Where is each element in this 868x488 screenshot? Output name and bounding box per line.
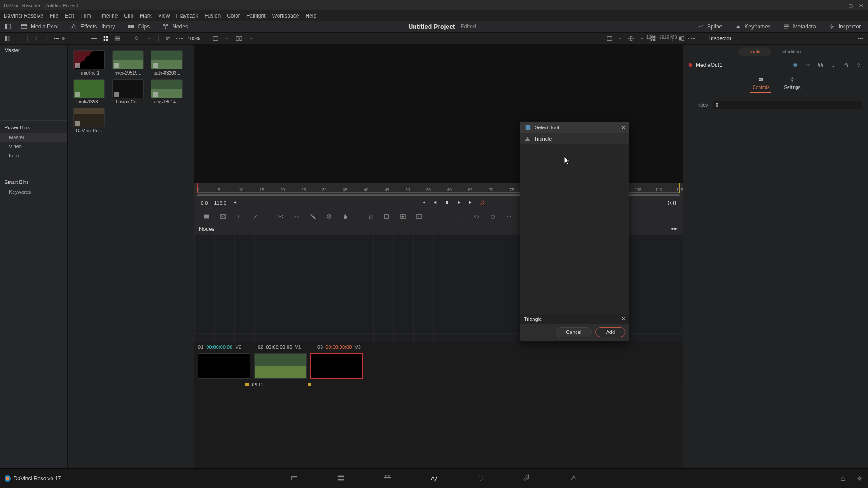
- chevron-down-icon[interactable]: [223, 34, 231, 42]
- nodes-button[interactable]: Nodes: [158, 22, 192, 32]
- controls-tab[interactable]: Controls: [750, 75, 771, 94]
- powerbin-video[interactable]: Video: [0, 142, 67, 151]
- strip-view-icon[interactable]: [90, 34, 98, 42]
- clip-thumb[interactable]: [310, 353, 363, 379]
- media-thumb[interactable]: Fusion Co...: [110, 79, 146, 104]
- media-thumb[interactable]: path-83203...: [149, 50, 184, 75]
- edit-page-icon[interactable]: [383, 474, 392, 483]
- media-pool-button[interactable]: Media Pool: [16, 22, 61, 32]
- list-view-icon[interactable]: [113, 34, 122, 42]
- play-icon[interactable]: [456, 200, 462, 206]
- paint-tool-icon[interactable]: [251, 212, 259, 221]
- more-icon[interactable]: •••: [670, 225, 678, 233]
- lock-icon[interactable]: [842, 61, 850, 69]
- menu-app[interactable]: DaVinci Resolve: [4, 13, 43, 19]
- menu-timeline[interactable]: Timeline: [97, 13, 118, 19]
- globe-icon[interactable]: [627, 34, 635, 42]
- inspector-button[interactable]: Inspector: [824, 22, 864, 32]
- media-thumb[interactable]: DaVinci Re...: [71, 108, 107, 133]
- stop-icon[interactable]: [444, 200, 450, 206]
- smartbin-keywords[interactable]: Keywords: [0, 188, 67, 197]
- reset-icon[interactable]: [854, 61, 863, 69]
- menu-workspace[interactable]: Workspace: [272, 13, 299, 19]
- blur-tool-icon[interactable]: [309, 212, 317, 221]
- menu-edit[interactable]: Edit: [65, 13, 74, 19]
- menu-fairlight[interactable]: Fairlight: [246, 13, 266, 19]
- fastnoise-tool-icon[interactable]: [219, 212, 227, 221]
- clip-tag[interactable]: 0200:00:00:00V1: [258, 344, 314, 350]
- node-enabled-icon[interactable]: [689, 63, 692, 67]
- tracker-tool-icon[interactable]: [276, 212, 284, 221]
- clip-tag[interactable]: 0100:00:00:00V2: [198, 344, 254, 350]
- go-start-icon[interactable]: [421, 200, 426, 206]
- maximize-icon[interactable]: ▢: [848, 3, 854, 8]
- media-page-icon[interactable]: [290, 474, 298, 483]
- tab-tools[interactable]: Tools: [738, 47, 771, 56]
- panel-layout-icon[interactable]: [4, 23, 12, 31]
- transform-tool-icon[interactable]: [382, 212, 391, 221]
- bin-view-icon[interactable]: [4, 34, 12, 42]
- color-page-icon[interactable]: [476, 474, 485, 483]
- merge-tool-icon[interactable]: [366, 212, 374, 221]
- split-icon[interactable]: [677, 34, 685, 42]
- clip-tag[interactable]: 0300:00:00:00V3: [317, 344, 373, 350]
- menu-help[interactable]: Help: [305, 13, 316, 19]
- chevron-down-icon[interactable]: [145, 34, 153, 42]
- more-icon[interactable]: •••: [176, 34, 184, 42]
- background-tool-icon[interactable]: [203, 212, 211, 221]
- text-tool-icon[interactable]: T: [235, 212, 243, 221]
- menu-clip[interactable]: Clip: [124, 13, 133, 19]
- spline-button[interactable]: Spline: [693, 22, 726, 32]
- grid-view-icon[interactable]: [102, 34, 110, 42]
- color-tool-icon[interactable]: [325, 212, 333, 221]
- menu-playback[interactable]: Playback: [176, 13, 198, 19]
- close-icon[interactable]: ✕: [621, 125, 625, 131]
- add-button[interactable]: Add: [595, 327, 625, 337]
- effects-library-button[interactable]: Effects Library: [66, 22, 118, 32]
- deliver-page-icon[interactable]: [570, 474, 578, 483]
- versions-icon[interactable]: [816, 61, 825, 69]
- rect-mask-icon[interactable]: [456, 212, 464, 221]
- chevron-down-icon[interactable]: [14, 34, 23, 42]
- mute-icon[interactable]: [233, 200, 238, 206]
- resize-tool-icon[interactable]: [415, 212, 423, 221]
- breadcrumb-ellipsis[interactable]: •••: [54, 36, 59, 41]
- home-icon[interactable]: [839, 474, 847, 483]
- crop-tool-icon[interactable]: [431, 212, 439, 221]
- settings-tab[interactable]: Settings: [784, 75, 800, 94]
- nav-back-icon[interactable]: [32, 34, 40, 42]
- brightness-tool-icon[interactable]: [292, 212, 301, 221]
- menu-view[interactable]: View: [158, 13, 170, 19]
- viewer-opts-icon[interactable]: [605, 34, 613, 42]
- step-back-icon[interactable]: [433, 200, 438, 206]
- matte-tool-icon[interactable]: [399, 212, 407, 221]
- search-icon[interactable]: [133, 34, 141, 42]
- bspline-mask-icon[interactable]: [505, 212, 513, 221]
- index-field[interactable]: 0: [713, 101, 862, 109]
- minimize-icon[interactable]: —: [837, 3, 843, 8]
- more-icon[interactable]: •••: [856, 34, 864, 42]
- gear-icon[interactable]: [855, 474, 863, 483]
- tool-result-triangle[interactable]: Triangle: [520, 133, 629, 144]
- menu-fusion[interactable]: Fusion: [204, 13, 221, 19]
- cut-page-icon[interactable]: [337, 474, 345, 483]
- drop-tool-icon[interactable]: [341, 212, 349, 221]
- square-icon[interactable]: [791, 61, 799, 69]
- zoom-level[interactable]: 100%: [188, 36, 200, 41]
- loop-icon[interactable]: [480, 200, 485, 206]
- fairlight-page-icon[interactable]: [523, 474, 531, 483]
- chevron-down-icon[interactable]: [638, 34, 646, 42]
- fusion-page-icon[interactable]: [430, 474, 438, 483]
- nav-fwd-icon[interactable]: [43, 34, 51, 42]
- chevron-down-icon[interactable]: [804, 61, 812, 69]
- go-end-icon[interactable]: [468, 200, 473, 206]
- pin-icon[interactable]: [829, 61, 837, 69]
- tab-modifiers[interactable]: Modifiers: [771, 47, 813, 56]
- menu-color[interactable]: Color: [227, 13, 240, 19]
- chevron-down-icon[interactable]: [247, 34, 255, 42]
- chevron-down-icon[interactable]: [616, 34, 624, 42]
- node-name[interactable]: MediaOut1: [696, 62, 722, 68]
- viewer-single-icon[interactable]: [212, 34, 220, 42]
- clear-search-icon[interactable]: ✕: [621, 316, 625, 322]
- master-bin[interactable]: Master: [0, 45, 67, 56]
